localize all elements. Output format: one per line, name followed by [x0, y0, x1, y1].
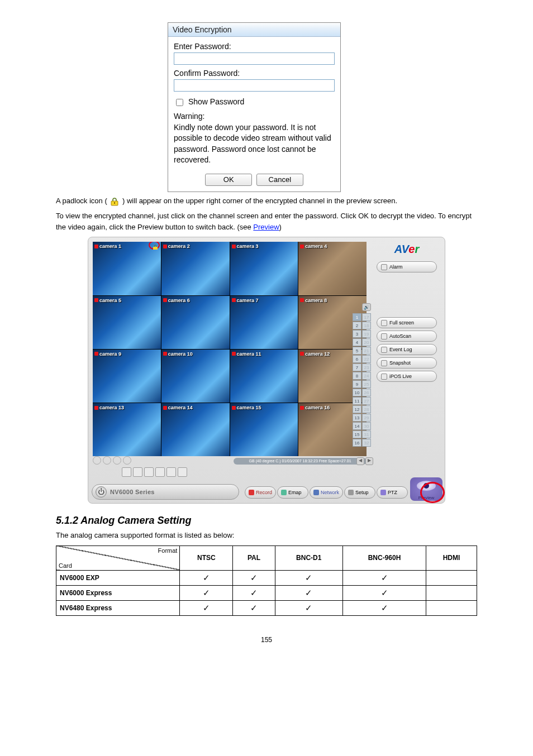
show-password-label: Show Password: [188, 97, 244, 106]
layout-button[interactable]: [122, 467, 131, 477]
camera-number-button[interactable]: 24: [362, 372, 371, 380]
camera-label: camera 9: [94, 351, 121, 357]
camera-number-button[interactable]: 28: [362, 405, 371, 413]
camera-label: camera 1: [94, 243, 121, 249]
camera-number-button[interactable]: 30: [362, 422, 371, 430]
camera-label: camera 14: [163, 405, 193, 410]
layout-button[interactable]: [144, 467, 154, 477]
camera-number-button[interactable]: 31: [362, 430, 371, 438]
dvr-app-screenshot: camera 1camera 2camera 3camera 4camera 5…: [88, 237, 445, 504]
camera-number-button[interactable]: 16: [353, 439, 361, 447]
table-cell: ✓: [233, 570, 275, 585]
camera-tile[interactable]: camera 4: [298, 242, 367, 295]
camera-tile[interactable]: camera 9: [93, 350, 161, 403]
ctl-icon[interactable]: [113, 456, 121, 465]
camera-number-button[interactable]: 25: [362, 380, 371, 388]
camera-number-button[interactable]: 14: [353, 422, 361, 430]
camera-number-button[interactable]: 12: [353, 405, 361, 413]
record-button[interactable]: Record: [245, 486, 276, 499]
layout-picker: [122, 467, 187, 477]
camera-number-button[interactable]: 21: [362, 347, 371, 355]
camera-label: camera 12: [300, 351, 330, 357]
camera-number-button[interactable]: 3: [353, 330, 361, 338]
camera-number-button[interactable]: 4: [353, 338, 361, 346]
audio-icon[interactable]: 🔊: [362, 303, 371, 311]
ctl-icon[interactable]: [123, 456, 131, 465]
camera-number-button[interactable]: 32: [362, 439, 371, 447]
confirm-password-input[interactable]: [174, 79, 335, 92]
power-button[interactable]: ⏻: [96, 486, 107, 497]
camera-tile[interactable]: camera 1: [93, 242, 161, 295]
camera-number-button[interactable]: 10: [353, 389, 361, 396]
ptz-button[interactable]: PTZ: [377, 486, 408, 499]
camera-number-button[interactable]: 26: [362, 389, 371, 396]
camera-number-button[interactable]: 23: [362, 363, 371, 371]
camera-number-button[interactable]: 27: [362, 397, 371, 405]
table-row: NV6000 EXP✓✓✓✓: [56, 570, 477, 585]
eventlog-button[interactable]: Event Log: [377, 344, 437, 355]
camera-label: camera 16: [300, 405, 330, 410]
table-row: NV6000 Express✓✓✓✓: [56, 585, 477, 600]
section-heading: 5.1.2 Analog Camera Setting: [56, 515, 477, 527]
page-number: 155: [56, 636, 477, 644]
camera-number-button[interactable]: 15: [353, 430, 361, 438]
camera-number-button[interactable]: 6: [353, 355, 361, 363]
preview-button[interactable]: Preview: [410, 477, 442, 501]
snapshot-button[interactable]: Snapshot: [377, 357, 437, 369]
camera-number-block: 1172183194205216227238249251026112712281…: [353, 313, 371, 447]
ctl-icon[interactable]: [93, 456, 101, 465]
cancel-button[interactable]: Cancel: [256, 174, 303, 186]
camera-tile[interactable]: camera 15: [230, 403, 298, 456]
preview-link[interactable]: Preview: [253, 223, 279, 231]
camera-number-button[interactable]: 22: [362, 355, 371, 363]
layout-button[interactable]: [133, 467, 142, 477]
fullscreen-button[interactable]: Full screen: [377, 317, 437, 328]
camera-number-button[interactable]: 1: [353, 313, 361, 321]
enter-password-label: Enter Password:: [174, 42, 335, 51]
camera-tile[interactable]: camera 11: [230, 350, 298, 403]
camera-number-button[interactable]: 29: [362, 414, 371, 422]
camera-number-button[interactable]: 5: [353, 347, 361, 355]
table-cell: ✓: [342, 570, 426, 585]
table-cell: ✓: [233, 600, 275, 615]
camera-number-button[interactable]: 7: [353, 363, 361, 371]
camera-tile[interactable]: camera 3: [230, 242, 298, 295]
ctl-icon[interactable]: [103, 456, 111, 465]
autoscan-button[interactable]: AutoScan: [377, 331, 437, 342]
warning-heading: Warning:: [174, 112, 205, 121]
poslive-button[interactable]: iPOS Live: [377, 371, 437, 382]
enter-password-input[interactable]: [174, 52, 335, 65]
camera-number-button[interactable]: 20: [362, 338, 371, 346]
camera-number-button[interactable]: 8: [353, 372, 361, 380]
camera-tile[interactable]: camera 10: [161, 350, 230, 403]
show-password-checkbox[interactable]: [176, 99, 183, 106]
camera-number-button[interactable]: 13: [353, 414, 361, 422]
nav-icon[interactable]: ◀: [356, 457, 364, 465]
network-button[interactable]: Network: [310, 486, 343, 499]
camera-label: camera 2: [163, 243, 190, 249]
section-intro: The analog camera supported format is li…: [56, 530, 477, 541]
camera-tile[interactable]: camera 2: [161, 242, 230, 295]
camera-number-button[interactable]: 11: [353, 397, 361, 405]
alarm-button[interactable]: Alarm: [377, 261, 437, 272]
camera-number-button[interactable]: 18: [362, 322, 371, 329]
camera-number-button[interactable]: 2: [353, 322, 361, 329]
table-col-header: BNC-D1: [275, 546, 342, 570]
layout-button[interactable]: [166, 467, 176, 477]
camera-number-button[interactable]: 9: [353, 380, 361, 388]
control-icons: [93, 456, 131, 465]
layout-button[interactable]: [155, 467, 165, 477]
setup-button[interactable]: Setup: [344, 486, 375, 499]
table-cell: ✓: [275, 570, 342, 585]
camera-tile[interactable]: camera 14: [161, 403, 230, 456]
camera-tile[interactable]: camera 7: [230, 296, 298, 349]
camera-tile[interactable]: camera 5: [93, 296, 161, 349]
camera-number-button[interactable]: 19: [362, 330, 371, 338]
camera-number-button[interactable]: 17: [362, 313, 371, 321]
camera-tile[interactable]: camera 6: [161, 296, 230, 349]
ok-button[interactable]: OK: [205, 174, 252, 186]
table-cell: [426, 585, 477, 600]
layout-button[interactable]: [178, 467, 187, 477]
camera-tile[interactable]: camera 13: [93, 403, 161, 456]
emap-button[interactable]: Emap: [277, 486, 308, 499]
